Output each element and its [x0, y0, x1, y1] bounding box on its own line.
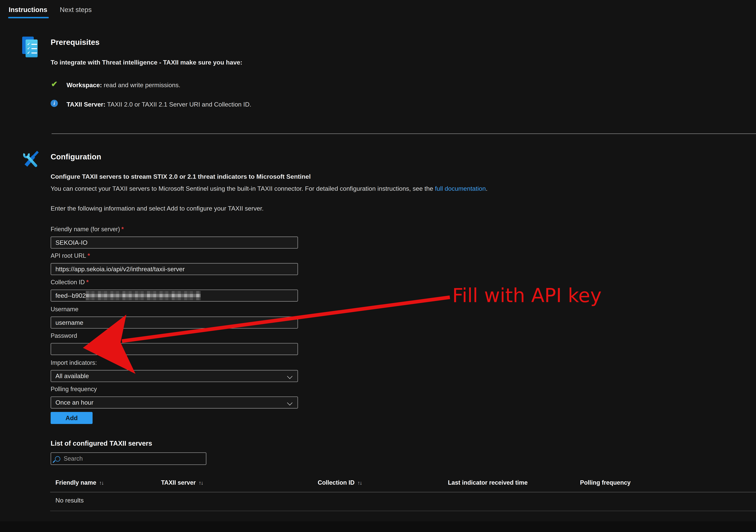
empty-table-message: No results [55, 497, 84, 504]
chevron-down-icon [287, 374, 292, 379]
required-asterisk: * [86, 279, 89, 286]
chevron-down-icon [287, 400, 292, 405]
password-label: Password [51, 332, 77, 339]
prerequisite-item-taxii-server: TAXII Server: TAXII 2.0 or TAXII 2.1 Ser… [67, 101, 251, 108]
column-header-last-indicator-received-time: Last indicator received time [448, 479, 528, 486]
collection-id-label: Collection ID* [51, 279, 89, 286]
search-input[interactable]: Search [51, 452, 206, 465]
username-input[interactable] [51, 317, 298, 329]
polling-frequency-label: Polling frequency [51, 386, 97, 393]
prerequisites-heading: Prerequisites [51, 38, 99, 47]
api-root-url-label: API root URL* [51, 252, 90, 259]
bottom-band [0, 521, 756, 532]
sort-icon: ↑↓ [199, 480, 203, 486]
redacted-value-blur [86, 291, 201, 300]
search-icon [55, 456, 60, 461]
column-header-collection-id[interactable]: Collection ID↑↓ [318, 479, 362, 486]
add-button[interactable]: Add [51, 412, 93, 424]
tab-next-steps[interactable]: Next steps [60, 6, 92, 13]
collection-id-input[interactable]: feed--b902 [51, 290, 298, 302]
username-label: Username [51, 306, 78, 313]
configuration-body: You can connect your TAXII servers to Mi… [51, 185, 488, 192]
column-header-taxii-server[interactable]: TAXII server↑↓ [161, 479, 203, 486]
search-placeholder: Search [64, 455, 83, 462]
prerequisites-intro: To integrate with Threat intelligence - … [51, 59, 242, 66]
required-asterisk: * [122, 226, 124, 233]
sort-icon: ↑↓ [99, 480, 104, 486]
polling-frequency-select[interactable]: Once an hour [51, 396, 298, 409]
import-indicators-label: Import indicators: [51, 360, 97, 366]
active-tab-underline [8, 17, 49, 18]
info-icon: i [51, 100, 58, 107]
sort-icon: ↑↓ [357, 480, 362, 486]
configuration-subtitle: Configure TAXII servers to stream STIX 2… [51, 173, 311, 180]
section-divider [52, 133, 756, 134]
server-list-heading: List of configured TAXII servers [51, 439, 152, 447]
column-header-friendly-name[interactable]: Friendly name↑↓ [55, 479, 103, 486]
required-asterisk: * [88, 252, 90, 259]
column-header-polling-frequency: Polling frequency [580, 479, 631, 486]
friendly-name-input[interactable] [51, 237, 298, 249]
full-documentation-link[interactable]: full documentation [435, 185, 486, 192]
configuration-heading: Configuration [51, 153, 101, 162]
check-icon: ✔ [51, 80, 58, 89]
table-header-divider [50, 492, 756, 492]
table-row-divider [50, 511, 756, 511]
configuration-instruction: Enter the following information and sele… [51, 205, 264, 212]
annotation-fill-with-api-key: Fill with API key [452, 284, 602, 306]
prerequisites-checklist-icon: ✓ ✓ ✓ [22, 37, 39, 58]
taxii-connector-page: Instructions Next steps ✓ ✓ ✓ Prerequisi… [0, 0, 756, 532]
import-indicators-select[interactable]: All available [51, 370, 298, 382]
prerequisite-item-workspace: Workspace: read and write permissions. [67, 81, 180, 89]
tab-instructions[interactable]: Instructions [9, 6, 47, 13]
friendly-name-label: Friendly name (for server)* [51, 226, 123, 233]
configuration-tools-icon [21, 150, 40, 171]
api-root-url-input[interactable] [51, 263, 298, 275]
password-input[interactable] [51, 343, 298, 355]
